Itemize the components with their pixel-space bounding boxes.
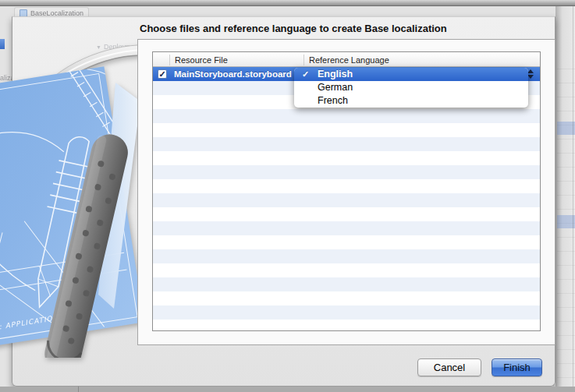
background-window-right-edge [555, 6, 575, 387]
background-pane-divider [573, 6, 573, 387]
background-section-label: Deployme [104, 43, 136, 51]
reference-language-menu: ✓ English German French [294, 68, 528, 108]
table-header: Resource File Reference Language [153, 52, 540, 67]
checkmark-icon: ✓ [302, 68, 309, 81]
background-window-left-edge [0, 6, 12, 392]
disclosure-triangle-icon: ▼ [96, 44, 101, 50]
finish-button[interactable]: Finish [492, 358, 542, 376]
column-header-resource-file: Resource File [169, 55, 303, 65]
menu-item-label: English [318, 69, 353, 79]
background-deployment-section: ▼Deployme [96, 43, 135, 51]
cancel-button[interactable]: Cancel [417, 358, 481, 376]
row-checkbox[interactable]: ✓ [158, 69, 167, 79]
resource-file-name: MainStoryboard.storyboard [174, 67, 292, 81]
menu-item-french[interactable]: French [294, 94, 528, 108]
menu-item-english[interactable]: ✓ English [294, 68, 528, 81]
checkbox-column-header [153, 52, 169, 66]
menu-item-label: French [318, 95, 348, 106]
column-header-reference-language: Reference Language [303, 55, 540, 65]
stepper-up-icon [527, 69, 534, 73]
background-pane-divider [78, 387, 79, 392]
menu-item-german[interactable]: German [294, 81, 528, 94]
menu-item-label: German [318, 82, 353, 93]
sheet-title: Choose files and reference language to c… [140, 23, 447, 34]
screenshot-root: BaseLocalization alization Choose files … [0, 0, 575, 392]
background-toolbar-edge [0, 0, 575, 6]
background-navigator-selection [0, 39, 5, 49]
stepper-down-icon [527, 75, 534, 79]
background-tab-title: BaseLocalization [30, 9, 83, 17]
document-icon [20, 9, 27, 17]
background-window-bottom-edge [0, 387, 575, 392]
